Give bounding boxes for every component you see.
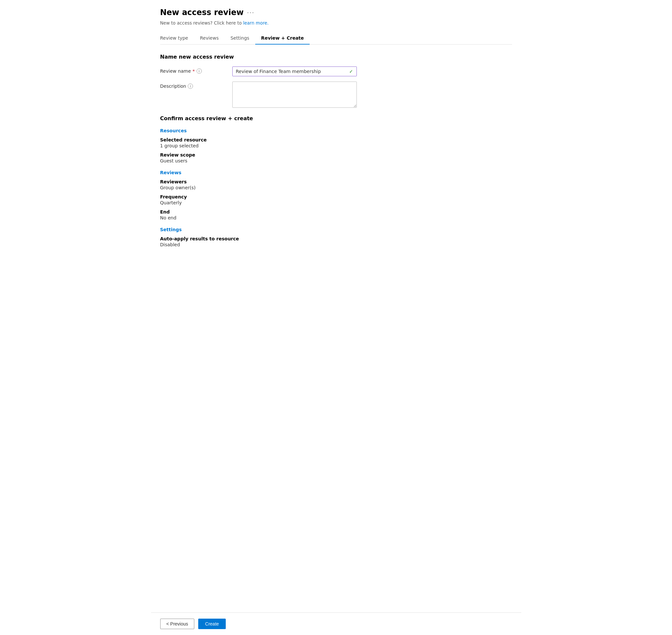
- previous-button[interactable]: < Previous: [160, 619, 195, 629]
- confirm-section-title: Confirm access review + create: [160, 115, 512, 122]
- tab-settings[interactable]: Settings: [225, 32, 255, 45]
- review-name-input[interactable]: Review of Finance Team membership ✓: [232, 66, 357, 76]
- review-name-value: Review of Finance Team membership: [236, 69, 321, 74]
- page-title: New access review: [160, 8, 244, 17]
- tab-review-create[interactable]: Review + Create: [255, 32, 310, 45]
- description-info-icon[interactable]: i: [188, 84, 193, 89]
- description-input-wrap: [232, 82, 357, 109]
- frequency-field: Frequency Quarterly: [160, 194, 512, 205]
- selected-resource-value: 1 group selected: [160, 143, 512, 148]
- description-input[interactable]: [232, 82, 357, 108]
- selected-resource-label: Selected resource: [160, 137, 512, 143]
- auto-apply-value: Disabled: [160, 242, 512, 247]
- reviewers-label: Reviewers: [160, 179, 512, 184]
- reviewers-value: Group owner(s): [160, 185, 512, 190]
- review-name-input-wrap: Review of Finance Team membership ✓: [232, 66, 357, 76]
- confirm-section: Confirm access review + create Resources…: [160, 115, 512, 247]
- reviews-heading: Reviews: [160, 170, 512, 175]
- end-value: No end: [160, 215, 512, 220]
- selected-resource-field: Selected resource 1 group selected: [160, 137, 512, 148]
- review-name-info-icon[interactable]: i: [196, 68, 202, 74]
- review-name-label: Review name * i: [160, 66, 232, 74]
- review-scope-field: Review scope Guest users: [160, 152, 512, 163]
- page-header: New access review ···: [160, 8, 512, 17]
- end-label: End: [160, 209, 512, 215]
- check-icon: ✓: [349, 69, 353, 74]
- footer: < Previous Create: [151, 612, 521, 635]
- review-scope-label: Review scope: [160, 152, 512, 157]
- frequency-label: Frequency: [160, 194, 512, 199]
- description-label: Description i: [160, 82, 232, 89]
- end-field: End No end: [160, 209, 512, 220]
- more-options-icon[interactable]: ···: [247, 9, 255, 16]
- tab-reviews[interactable]: Reviews: [194, 32, 225, 45]
- settings-heading: Settings: [160, 227, 512, 232]
- resources-heading: Resources: [160, 128, 512, 133]
- learn-more-link[interactable]: learn more.: [243, 20, 269, 25]
- required-star: *: [193, 68, 195, 74]
- review-scope-value: Guest users: [160, 158, 512, 163]
- learn-more-line: New to access reviews? Click here to lea…: [160, 20, 512, 25]
- frequency-value: Quarterly: [160, 200, 512, 205]
- auto-apply-label: Auto-apply results to resource: [160, 236, 512, 241]
- create-button[interactable]: Create: [198, 619, 226, 629]
- description-group: Description i: [160, 82, 512, 109]
- tabs: Review type Reviews Settings Review + Cr…: [160, 32, 512, 45]
- form-section-title: Name new access review: [160, 54, 512, 60]
- learn-more-text: New to access reviews? Click here to: [160, 20, 242, 25]
- review-name-group: Review name * i Review of Finance Team m…: [160, 66, 512, 76]
- auto-apply-field: Auto-apply results to resource Disabled: [160, 236, 512, 247]
- tab-review-type[interactable]: Review type: [160, 32, 194, 45]
- reviewers-field: Reviewers Group owner(s): [160, 179, 512, 190]
